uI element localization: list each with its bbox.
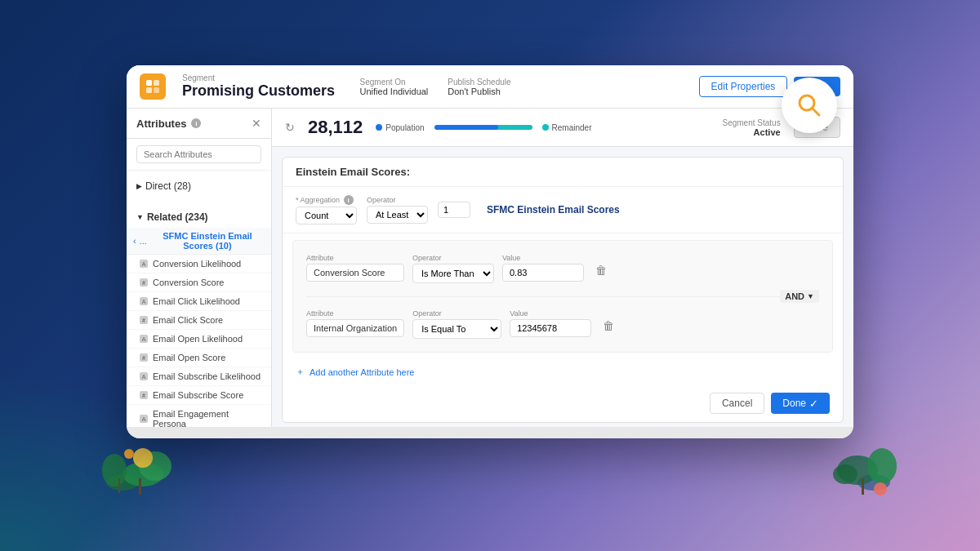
sidebar-direct-section: ▶ Direct (28) (127, 171, 271, 202)
nav-back-button[interactable]: ‹ (133, 236, 136, 246)
aggregation-row: * Aggregation i Count Sum Average Operat… (283, 187, 843, 233)
population-progress-bar (434, 125, 532, 130)
meta-publish-value: Don't Publish (448, 87, 510, 96)
attr-col-val-1: Value (502, 254, 584, 282)
list-item[interactable]: # Email Click Score (127, 311, 271, 330)
attr-and-separator: AND ▼ (306, 288, 819, 304)
edit-properties-button[interactable]: Edit Properties (699, 76, 788, 97)
attr-col-val-2: Value (510, 309, 591, 337)
search-bubble (782, 78, 837, 133)
remainder-dot (542, 124, 549, 131)
type-icon-hash: # (140, 316, 148, 324)
svg-point-4 (133, 448, 153, 468)
svg-point-5 (124, 449, 134, 459)
main-content: Attributes i ✕ ▶ Direct (28) ▼ (127, 109, 853, 427)
laptop-bottom-bar (127, 427, 853, 438)
sidebar-close-button[interactable]: ✕ (252, 117, 261, 130)
value-input-2[interactable] (510, 319, 591, 337)
svg-line-15 (813, 109, 819, 115)
type-icon-alpha: A (140, 372, 148, 380)
meta-publish-schedule: Publish Schedule Don't Publish (448, 78, 510, 96)
operator-select[interactable]: At Least At Most Exactly (367, 206, 428, 224)
subsection-label: SFMC Einstein Email Scores (10) (150, 231, 265, 251)
operator-label: Operator (367, 196, 428, 204)
meta-segment-on-label: Segment On (360, 78, 429, 87)
type-icon-alpha: A (140, 260, 148, 268)
sidebar-header: Attributes i ✕ (127, 109, 271, 139)
svg-rect-19 (154, 87, 159, 93)
done-button[interactable]: Done ✓ (771, 393, 830, 414)
sidebar-related-header[interactable]: ▼ Related (234) (127, 207, 271, 228)
list-item[interactable]: # Email Open Score (127, 349, 271, 367)
svg-rect-6 (139, 478, 141, 495)
attr-col-op-2: Operator Is Equal To Is Not Equal To Is … (412, 309, 501, 339)
nav-dots[interactable]: ... (140, 236, 147, 246)
criteria-footer: Cancel Done ✓ (283, 384, 843, 422)
operator-select-2[interactable]: Is Equal To Is Not Equal To Is More Than (412, 319, 501, 339)
number-input[interactable] (438, 202, 470, 218)
refresh-icon[interactable]: ↻ (285, 121, 295, 134)
svg-rect-17 (154, 80, 159, 86)
value-input-1[interactable] (502, 264, 584, 282)
operator-select-1[interactable]: Is More Than Is Less Than Is Equal To (412, 264, 494, 283)
list-item[interactable]: # Conversion Score (127, 273, 271, 292)
svg-point-12 (874, 482, 887, 495)
type-icon-hash: # (140, 278, 148, 287)
population-count: 28,112 (308, 117, 363, 138)
operator-field: Operator At Least At Most Exactly (367, 196, 428, 224)
list-item[interactable]: A Email Click Likelihood (127, 292, 271, 311)
criteria-panel: Einstein Email Scores: * Aggregation i C… (282, 157, 844, 423)
svg-rect-18 (146, 87, 152, 93)
search-attributes-input[interactable] (136, 145, 261, 163)
status-label: Segment Status (722, 118, 780, 127)
attr-col-op-1: Operator Is More Than Is Less Than Is Eq… (412, 254, 494, 283)
attributes-info-icon: i (191, 118, 201, 128)
status-value: Active (722, 127, 780, 137)
aggregation-label: * Aggregation i (296, 195, 357, 205)
list-item[interactable]: A Email Open Likelihood (127, 330, 271, 349)
svg-rect-16 (146, 80, 152, 86)
app-logo (140, 73, 166, 100)
done-checkmark-icon: ✓ (809, 398, 818, 410)
laptop-screen: Segment Promising Customers Segment On U… (127, 65, 853, 427)
cancel-button[interactable]: Cancel (710, 393, 764, 414)
criteria-header: Einstein Email Scores: (283, 158, 843, 187)
segment-status: Segment Status Active (722, 118, 780, 137)
list-item[interactable]: # Email Subscribe Score (127, 386, 271, 405)
sidebar-search (127, 139, 271, 171)
type-icon-alpha: A (140, 415, 148, 423)
aggregation-info-icon: i (344, 195, 354, 205)
population-legend: Population Remainder (376, 123, 709, 132)
header-meta: Segment On Unified Individual Publish Sc… (360, 78, 683, 96)
meta-segment-on-value: Unified Individual (360, 87, 429, 96)
and-operator-label[interactable]: AND ▼ (780, 290, 819, 303)
svg-rect-13 (862, 478, 864, 495)
subsection-nav: ‹ ... SFMC Einstein Email Scores (10) (127, 228, 271, 255)
segment-title: Promising Customers (182, 82, 344, 100)
svg-point-10 (867, 448, 897, 484)
meta-segment-on: Segment On Unified Individual (360, 78, 429, 96)
list-item[interactable]: A Email Subscribe Likelihood (127, 367, 271, 386)
attr-col-name-2: Attribute Internal Organization (306, 309, 404, 337)
list-item[interactable]: A Email Engagement Persona (127, 405, 271, 427)
svg-rect-7 (118, 478, 120, 493)
population-bar: ↻ 28,112 Population Remainder (272, 109, 853, 147)
sidebar-title: Attributes (136, 118, 186, 130)
sidebar: Attributes i ✕ ▶ Direct (28) ▼ (127, 109, 272, 427)
aggregation-field: * Aggregation i Count Sum Average (296, 195, 357, 224)
aggregation-select[interactable]: Count Sum Average (296, 207, 357, 224)
type-icon-hash: # (140, 353, 148, 362)
type-icon-alpha: A (140, 297, 148, 305)
attributes-section: Attribute Conversion Score Operator Is M… (292, 240, 833, 353)
attr-col-name-1: Attribute Conversion Score (306, 254, 404, 282)
delete-attr-1-button[interactable]: 🗑 (592, 260, 610, 280)
right-panel: ↻ 28,112 Population Remainder (272, 109, 853, 427)
delete-attr-2-button[interactable]: 🗑 (599, 316, 617, 335)
add-attribute-row[interactable]: ＋ Add another Attribute here (283, 359, 843, 384)
list-item[interactable]: A Conversion Likelihood (127, 255, 271, 273)
legend-population: Population (376, 123, 424, 132)
source-name: SFMC Einstein Email Scores (487, 204, 620, 216)
svg-point-11 (833, 464, 858, 484)
type-icon-hash: # (140, 391, 148, 399)
sidebar-direct-header[interactable]: ▶ Direct (28) (127, 176, 271, 197)
